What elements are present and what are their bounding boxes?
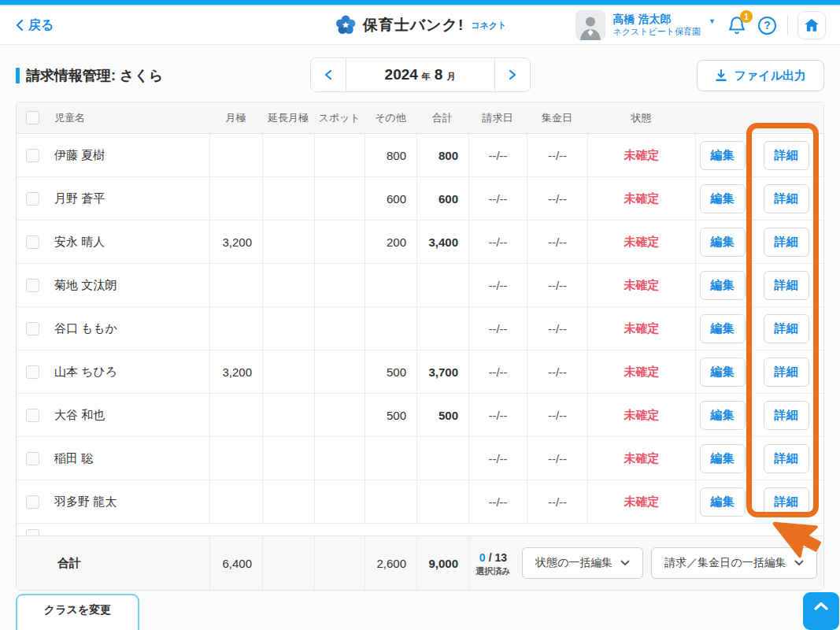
table-footer: 合計 6,400 2,600 9,000 0 / 13 選択済み 状態の一括編集… <box>17 536 823 590</box>
row-checkbox[interactable] <box>26 365 39 379</box>
edit-button[interactable]: 編集 <box>700 228 746 257</box>
bulk-date-edit-dropdown[interactable]: 請求／集金日の一括編集 <box>651 547 816 579</box>
other-fee: 600 <box>364 177 416 220</box>
user-menu-caret-icon[interactable]: ▼ <box>709 17 716 25</box>
status-label: 未確定 <box>587 134 695 176</box>
spot-fee <box>314 177 364 220</box>
collection-date: --/-- <box>527 350 587 393</box>
user-info[interactable]: 高橋 浩太郎 ネクストビート保育園 <box>613 13 701 37</box>
row-checkbox[interactable] <box>26 495 39 509</box>
help-button[interactable]: ? <box>758 17 776 35</box>
table-row: 稲田 聡 --/-- --/-- 未確定 編集 詳細 <box>17 437 823 480</box>
notifications-button[interactable]: 1 <box>727 15 747 35</box>
total-fee <box>416 307 468 350</box>
total-fee: 800 <box>416 134 468 176</box>
total-fee <box>416 264 468 306</box>
child-name: 山本 ちひろ <box>48 350 209 393</box>
extended-monthly-fee <box>262 307 314 350</box>
monthly-fee <box>209 437 262 480</box>
other-fee <box>364 480 416 523</box>
detail-button[interactable]: 詳細 <box>764 141 809 170</box>
table-header: 児童名 月極 延長月極 スポット その他 合計 請求日 集金日 状態 <box>17 102 823 134</box>
collection-date: --/-- <box>527 394 587 436</box>
edit-button[interactable]: 編集 <box>700 401 746 430</box>
row-checkbox[interactable] <box>26 279 39 292</box>
extended-monthly-fee <box>262 480 314 523</box>
collection-date: --/-- <box>527 264 587 306</box>
footer-total-label: 合計 <box>17 556 209 571</box>
billing-date: --/-- <box>468 307 527 350</box>
billing-date: --/-- <box>468 350 527 393</box>
spot-fee <box>314 437 364 480</box>
table-row: 山本 ちひろ 3,200 500 3,700 --/-- --/-- 未確定 編… <box>17 350 823 394</box>
bulk-status-edit-dropdown[interactable]: 状態の一括編集 <box>522 547 643 579</box>
file-export-label: ファイル出力 <box>735 69 806 83</box>
edit-button[interactable]: 編集 <box>700 358 746 387</box>
detail-button[interactable]: 詳細 <box>764 314 809 343</box>
edit-button[interactable]: 編集 <box>700 444 746 473</box>
other-fee: 800 <box>364 134 416 176</box>
detail-button[interactable]: 詳細 <box>764 184 809 213</box>
table-row: 谷口 ももか --/-- --/-- 未確定 編集 詳細 <box>17 307 823 350</box>
column-header-total: 合計 <box>416 102 468 133</box>
detail-button[interactable]: 詳細 <box>764 444 809 473</box>
detail-button[interactable]: 詳細 <box>764 228 809 257</box>
previous-month-button[interactable] <box>311 58 346 91</box>
column-header-collection-date: 集金日 <box>527 102 587 133</box>
total-fee: 500 <box>416 394 468 436</box>
month-picker: 2024 年 8 月 <box>310 57 531 92</box>
partial-row <box>17 524 823 536</box>
page-toolbar: 請求情報管理: さくら 2024 年 8 月 ファイル出力 <box>16 57 824 94</box>
table-body: 伊藤 夏樹 800 800 --/-- --/-- 未確定 編集 詳細 月野 蒼… <box>17 134 823 524</box>
billing-table: 児童名 月極 延長月極 スポット その他 合計 請求日 集金日 状態 伊藤 夏樹… <box>16 102 824 591</box>
row-checkbox[interactable] <box>26 235 39 249</box>
scroll-to-top-button[interactable] <box>803 592 839 630</box>
total-fee: 3,700 <box>416 350 468 393</box>
other-fee: 500 <box>364 394 416 436</box>
row-checkbox[interactable] <box>26 192 39 206</box>
current-month-display[interactable]: 2024 年 8 月 <box>346 58 495 91</box>
table-row: 伊藤 夏樹 800 800 --/-- --/-- 未確定 編集 詳細 <box>17 134 823 177</box>
selectable-count: 13 <box>495 551 508 564</box>
edit-button[interactable]: 編集 <box>700 141 746 170</box>
extended-monthly-fee <box>262 264 314 306</box>
next-month-button[interactable] <box>495 58 530 91</box>
billing-date: --/-- <box>468 177 527 220</box>
monthly-fee <box>209 134 262 176</box>
select-all-checkbox[interactable] <box>26 111 39 124</box>
row-checkbox[interactable] <box>26 409 39 422</box>
notification-badge: 1 <box>740 10 753 23</box>
app-header: 戻る 保育士バンク! コネクト <box>0 6 840 45</box>
row-checkbox[interactable] <box>26 529 39 536</box>
edit-button[interactable]: 編集 <box>700 271 746 300</box>
row-checkbox[interactable] <box>26 322 39 335</box>
billing-date: --/-- <box>468 437 527 480</box>
detail-button[interactable]: 詳細 <box>764 271 809 300</box>
row-checkbox[interactable] <box>26 149 39 162</box>
edit-button[interactable]: 編集 <box>700 314 746 343</box>
back-button[interactable]: 戻る <box>14 17 54 34</box>
detail-button[interactable]: 詳細 <box>764 358 809 387</box>
change-class-button[interactable]: クラスを変更 <box>16 594 139 630</box>
column-header-monthly: 月極 <box>209 102 262 133</box>
edit-button[interactable]: 編集 <box>700 184 746 213</box>
file-export-button[interactable]: ファイル出力 <box>697 60 824 91</box>
avatar[interactable] <box>575 10 605 40</box>
monthly-fee <box>209 264 262 306</box>
billing-date: --/-- <box>468 394 527 436</box>
row-checkbox[interactable] <box>26 452 39 465</box>
title-accent-bar <box>16 68 20 83</box>
detail-button[interactable]: 詳細 <box>764 487 809 517</box>
home-button[interactable] <box>797 11 826 39</box>
extended-monthly-fee <box>262 350 314 393</box>
extended-monthly-fee <box>262 177 314 220</box>
child-name: 大谷 和也 <box>48 394 209 436</box>
collection-date: --/-- <box>527 437 587 480</box>
table-row: 菊地 文汰朗 --/-- --/-- 未確定 編集 詳細 <box>17 264 823 307</box>
edit-button[interactable]: 編集 <box>700 487 746 517</box>
detail-button[interactable]: 詳細 <box>764 401 809 430</box>
status-label: 未確定 <box>587 177 695 220</box>
top-accent-bar <box>0 0 840 6</box>
selected-count: 0 <box>479 551 486 564</box>
logo-subtext: コネクト <box>471 20 506 32</box>
